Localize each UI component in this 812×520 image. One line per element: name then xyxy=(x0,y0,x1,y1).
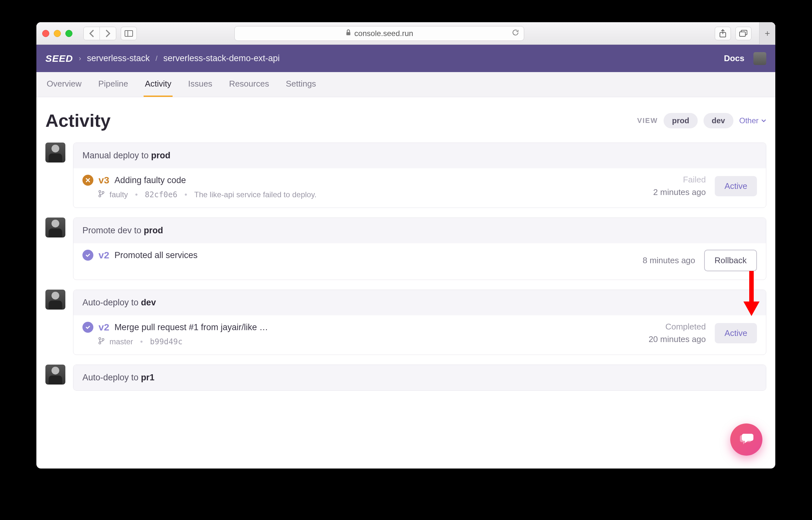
browser-titlebar: console.seed.run + xyxy=(36,22,775,45)
commit-message: Promoted all services xyxy=(114,250,197,260)
status-text: Failed xyxy=(653,175,706,185)
commit-hash[interactable]: b99d49c xyxy=(150,337,182,346)
tab-resources[interactable]: Resources xyxy=(228,72,270,97)
window-maximize-button[interactable] xyxy=(66,30,72,37)
tabs-button[interactable] xyxy=(735,27,752,40)
success-icon xyxy=(82,322,93,333)
line1: v2Merge pull request #1 from jayair/like… xyxy=(82,322,268,333)
svg-point-11 xyxy=(102,339,104,340)
breadcrumb-separator: / xyxy=(155,54,157,63)
page-head: Activity VIEW prod dev Other xyxy=(45,110,766,131)
sidebar-toggle-button[interactable] xyxy=(121,27,137,40)
card-head: Auto-deploy to pr1 xyxy=(73,365,766,390)
caret-down-icon xyxy=(761,119,766,122)
svg-point-8 xyxy=(102,191,104,193)
new-tab-button[interactable]: + xyxy=(759,22,775,45)
commit-message: Adding faulty code xyxy=(114,175,186,185)
window-close-button[interactable] xyxy=(42,30,49,37)
active-button[interactable]: Active xyxy=(715,323,757,343)
activity-row: Auto-deploy to devv2Merge pull request #… xyxy=(45,290,766,355)
branch-icon xyxy=(99,190,104,199)
breadcrumb-project[interactable]: serverless-stack-demo-ext-api xyxy=(163,53,280,63)
line2: faulty82cf0e6The like-api service failed… xyxy=(82,190,316,199)
card-body-left: v3Adding faulty codefaulty82cf0e6The lik… xyxy=(82,175,316,199)
back-button[interactable] xyxy=(84,27,100,40)
traffic-lights xyxy=(42,30,72,37)
card-head: Manual deploy to prod xyxy=(73,143,766,168)
app-header-right: Docs xyxy=(724,52,766,65)
view-other-label: Other xyxy=(739,116,759,125)
app-header: SEED › serverless-stack / serverless-sta… xyxy=(36,45,775,72)
svg-point-9 xyxy=(99,338,101,339)
view-other-dropdown[interactable]: Other xyxy=(739,116,766,125)
tab-pipeline[interactable]: Pipeline xyxy=(97,72,129,97)
dot-separator xyxy=(182,190,189,199)
rollback-button[interactable]: Rollback xyxy=(704,250,757,271)
card-body-right: 8 minutes agoRollback xyxy=(643,250,757,271)
success-icon xyxy=(82,250,93,261)
row-avatar[interactable] xyxy=(45,290,66,310)
chat-button[interactable] xyxy=(730,423,762,456)
row-avatar[interactable] xyxy=(45,142,66,162)
tab-settings[interactable]: Settings xyxy=(285,72,318,97)
card-head-prefix: Manual deploy to xyxy=(82,151,151,160)
activity-card: Manual deploy to prodv3Adding faulty cod… xyxy=(73,142,766,208)
reload-icon[interactable] xyxy=(512,29,519,38)
row-avatar[interactable] xyxy=(45,217,66,237)
card-head-prefix: Promote dev to xyxy=(82,226,144,235)
tab-issues[interactable]: Issues xyxy=(187,72,213,97)
forward-button[interactable] xyxy=(100,27,116,40)
chevron-left-icon xyxy=(89,29,95,38)
view-pill-prod[interactable]: prod xyxy=(664,113,697,128)
card-head-prefix: Auto-deploy to xyxy=(82,373,141,382)
branch-icon xyxy=(99,337,104,346)
svg-rect-5 xyxy=(740,32,745,36)
commit-hash[interactable]: 82cf0e6 xyxy=(145,190,177,199)
tab-overview[interactable]: Overview xyxy=(45,72,83,97)
activity-card: Auto-deploy to devv2Merge pull request #… xyxy=(73,290,766,355)
card-body-right: Failed2 minutes agoActive xyxy=(653,175,757,197)
branch-name: faulty xyxy=(109,190,128,199)
deploy-detail: The like-api service failed to deploy. xyxy=(194,190,316,199)
share-button[interactable] xyxy=(715,27,731,40)
share-icon xyxy=(719,29,726,37)
sidebar-icon xyxy=(125,30,133,37)
active-button[interactable]: Active xyxy=(715,176,757,196)
version-label[interactable]: v2 xyxy=(99,322,109,333)
version-label[interactable]: v3 xyxy=(99,175,109,186)
activity-row: Manual deploy to prodv3Adding faulty cod… xyxy=(45,142,766,208)
chat-icon xyxy=(739,432,754,447)
svg-point-6 xyxy=(99,190,101,192)
breadcrumb-org[interactable]: serverless-stack xyxy=(87,53,150,63)
chevron-right-icon xyxy=(105,29,111,38)
commit-message: Merge pull request #1 from jayair/like … xyxy=(114,322,268,332)
card-head-prefix: Auto-deploy to xyxy=(82,297,141,307)
activity-card: Auto-deploy to pr1 xyxy=(73,365,766,391)
version-label[interactable]: v2 xyxy=(99,250,109,261)
card-body-left: v2Promoted all services xyxy=(82,250,197,261)
window-minimize-button[interactable] xyxy=(54,30,61,37)
lock-icon xyxy=(346,29,351,38)
line2: masterb99d49c xyxy=(82,337,268,346)
card-head-target: prod xyxy=(151,151,170,160)
page-content: Activity VIEW prod dev Other Manual depl… xyxy=(36,97,775,391)
view-pill-dev[interactable]: dev xyxy=(704,113,733,128)
url-bar[interactable]: console.seed.run xyxy=(234,26,524,41)
card-head: Promote dev to prod xyxy=(73,218,766,243)
line1: v3Adding faulty code xyxy=(82,175,316,186)
nav-tabs: Overview Pipeline Activity Issues Resour… xyxy=(36,72,775,97)
time-text: 8 minutes ago xyxy=(643,256,695,265)
fail-icon xyxy=(82,175,93,186)
docs-link[interactable]: Docs xyxy=(724,53,744,63)
tab-activity[interactable]: Activity xyxy=(144,72,173,97)
status-column: Completed20 minutes ago xyxy=(649,322,706,344)
status-column: Failed2 minutes ago xyxy=(653,175,706,197)
row-avatar[interactable] xyxy=(45,365,66,385)
card-head-target: dev xyxy=(141,297,156,307)
card-body: v2Merge pull request #1 from jayair/like… xyxy=(73,315,766,355)
user-avatar[interactable] xyxy=(754,52,766,65)
status-text: Completed xyxy=(649,322,706,332)
page-title: Activity xyxy=(45,110,110,131)
logo[interactable]: SEED xyxy=(45,53,73,64)
browser-window: console.seed.run + SEED › serverless-sta… xyxy=(36,22,775,469)
